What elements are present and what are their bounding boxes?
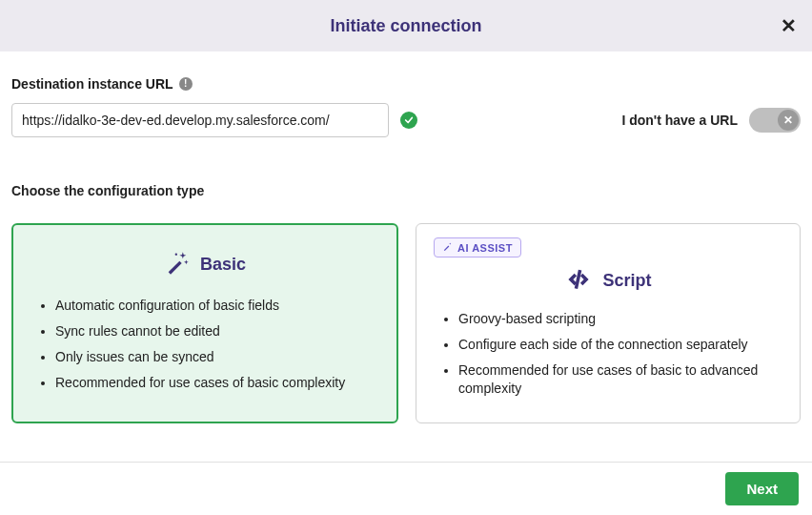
list-item: Automatic configuration of basic fields bbox=[55, 297, 379, 315]
valid-check-icon bbox=[400, 112, 417, 129]
card-basic-header: Basic bbox=[30, 250, 379, 279]
card-script-header: Script bbox=[434, 265, 782, 297]
config-card-script[interactable]: AI ASSIST Script Groovy-based scripting … bbox=[416, 223, 801, 423]
card-script-title: Script bbox=[602, 271, 651, 291]
list-item: Sync rules cannot be edited bbox=[55, 322, 379, 340]
url-row: I don't have a URL ✕ bbox=[11, 103, 801, 137]
list-item: Groovy-based scripting bbox=[458, 310, 782, 328]
toggle-knob-off-icon: ✕ bbox=[778, 110, 799, 131]
ai-assist-label: AI ASSIST bbox=[457, 242, 513, 254]
card-script-list: Groovy-based scripting Configure each si… bbox=[434, 310, 782, 398]
url-field-label: Destination instance URL bbox=[11, 76, 173, 92]
close-icon[interactable]: ✕ bbox=[781, 16, 797, 35]
no-url-toggle[interactable]: ✕ bbox=[749, 108, 801, 133]
no-url-toggle-group: I don't have a URL ✕ bbox=[621, 108, 801, 133]
svg-rect-1 bbox=[575, 270, 582, 289]
dialog-footer: Next bbox=[0, 462, 812, 515]
sparkle-icon bbox=[442, 241, 453, 254]
config-card-basic[interactable]: Basic Automatic configuration of basic f… bbox=[11, 223, 398, 423]
url-input-group bbox=[11, 103, 417, 137]
list-item: Recommended for use cases of basic to ad… bbox=[458, 361, 782, 398]
code-icon bbox=[564, 265, 593, 297]
ai-assist-badge: AI ASSIST bbox=[434, 237, 521, 258]
destination-url-input[interactable] bbox=[11, 103, 389, 137]
dialog-header: Initiate connection ✕ bbox=[0, 0, 812, 52]
config-type-cards: Basic Automatic configuration of basic f… bbox=[11, 223, 801, 423]
config-type-label: Choose the configuration type bbox=[11, 183, 801, 198]
card-basic-title: Basic bbox=[200, 255, 246, 275]
next-button[interactable]: Next bbox=[725, 472, 799, 505]
url-label-row: Destination instance URL ! bbox=[11, 76, 801, 92]
info-icon[interactable]: ! bbox=[179, 77, 193, 91]
list-item: Only issues can be synced bbox=[55, 348, 379, 366]
magic-wand-icon bbox=[164, 250, 191, 279]
list-item: Recommended for use cases of basic compl… bbox=[55, 374, 379, 392]
card-basic-list: Automatic configuration of basic fields … bbox=[30, 297, 379, 392]
list-item: Configure each side of the connection se… bbox=[458, 336, 782, 354]
dialog-body: Destination instance URL ! I don't have … bbox=[0, 52, 812, 443]
dialog-title: Initiate connection bbox=[330, 16, 481, 36]
no-url-label: I don't have a URL bbox=[621, 113, 738, 128]
svg-point-0 bbox=[175, 254, 177, 256]
